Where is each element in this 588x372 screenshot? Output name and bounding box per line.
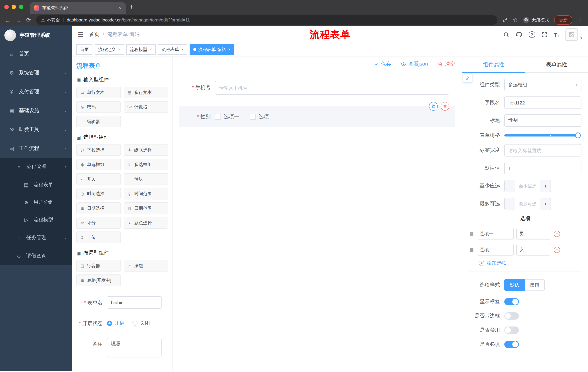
browser-menu-icon[interactable]: ⋮ [578,17,583,23]
option-value-input[interactable] [516,228,551,240]
palette-item-editor[interactable]: 编辑器 [76,116,121,128]
sidebar-item-process-model[interactable]: ▷ 流程模型 [0,211,72,229]
window-minimize-button[interactable] [12,5,16,9]
label-width-input[interactable] [504,144,581,157]
tag-process-model[interactable]: 流程模型 × [126,44,156,55]
tab-component-props[interactable]: 组件属性 [462,56,525,73]
hamburger-icon[interactable]: ☰ [78,31,84,38]
remove-option-icon[interactable]: − [554,247,560,253]
required-toggle[interactable] [504,341,519,348]
form-remark-textarea[interactable]: 嘿嘿 [107,338,162,357]
field-gender-selected[interactable]: 性别 选项一 选项二 [179,106,455,128]
palette-item-textarea[interactable]: ▤多行文本 [124,87,168,98]
sidebar-item-infrastructure[interactable]: ▣ 基础设施 ∨ [0,101,72,120]
palette-item-cascader[interactable]: ⋔级联选择 [124,144,168,156]
url-field[interactable]: ⚠ 不安全 | dashboard.yudao.iocoder.cn/bpm/m… [36,15,497,25]
sidebar-item-devtools[interactable]: ⚒ 研发工具 ∨ [0,120,72,139]
tag-process-definition[interactable]: 流程定义 × [94,44,124,55]
palette-item-upload[interactable]: ↥上传 [76,232,121,243]
delete-component-button[interactable] [441,102,449,111]
sidebar-item-user-group[interactable]: ☻ 用户分组 [0,194,72,211]
title-input[interactable] [504,114,581,127]
close-icon[interactable]: × [228,47,231,52]
palette-item-counter[interactable]: 123计数器 [124,101,168,113]
clear-button[interactable]: 清空 [437,61,455,67]
sidebar-item-payment[interactable]: ¥ 支付管理 ∨ [0,82,72,101]
palette-item-password[interactable]: ⊛密码 [76,101,121,113]
view-json-button[interactable]: 查看json [401,61,428,67]
field-phone[interactable]: 手机号 [179,81,455,95]
form-name-input[interactable] [107,296,162,309]
palette-item-row-container[interactable]: ◫行容器 [76,260,121,272]
password-key-icon[interactable] [502,17,508,23]
tab-form-props[interactable]: 表单属性 [525,56,588,73]
font-size-icon[interactable]: TT [554,32,559,38]
palette-item-table[interactable]: ▦表格[开发中] [76,275,121,286]
avatar[interactable] [566,28,578,41]
palette-item-date-picker[interactable]: ▦日期选择 [76,202,121,214]
palette-item-time-range[interactable]: ◶时间范围 [124,188,168,200]
copy-component-button[interactable] [429,102,438,111]
increase-button[interactable]: + [540,180,551,192]
reload-icon[interactable]: ⟳ [26,17,31,23]
tag-process-form-edit[interactable]: 流程表单-编辑 × [189,44,234,55]
update-button[interactable]: 更新 [554,15,572,25]
help-icon[interactable]: ? [528,31,535,38]
close-icon[interactable]: × [149,47,152,52]
close-icon[interactable]: × [181,47,184,52]
status-radio-off[interactable]: 关闭 [132,320,150,327]
component-type-select[interactable]: 多选框组 ▾ [504,79,581,91]
window-close-button[interactable] [4,5,9,9]
palette-item-button[interactable]: ☞按钮 [124,260,168,272]
decrease-button[interactable]: − [505,198,515,210]
disabled-toggle[interactable] [504,327,519,334]
option-label-input[interactable] [476,244,514,255]
back-icon[interactable]: ← [5,17,10,23]
palette-item-single-line-text[interactable]: ▭单行文本 [76,87,121,98]
palette-item-date-range[interactable]: ▥日期范围 [124,202,168,214]
gender-option-2[interactable]: 选项二 [250,114,274,120]
show-label-toggle[interactable] [504,298,519,305]
option-label-input[interactable] [476,228,514,240]
tab-close-icon[interactable]: × [119,5,122,11]
tag-process-form[interactable]: 流程表单 × [158,44,187,55]
increase-button[interactable]: + [540,198,551,210]
sidebar-item-process-management[interactable]: ≡ 流程管理 ∧ [0,158,72,176]
max-select-input[interactable] [515,198,540,210]
remove-option-icon[interactable]: − [554,231,560,237]
slider-handle[interactable] [575,132,581,138]
status-radio-on[interactable]: 开启 [107,320,125,327]
new-tab-button[interactable]: + [129,3,133,11]
style-button-button[interactable]: 按钮 [525,279,545,291]
palette-item-select[interactable]: ◎下拉选择 [76,144,121,156]
style-default-button[interactable]: 默认 [504,279,525,291]
checkbox[interactable] [215,114,221,120]
sidebar-item-system[interactable]: ⚙ 系统管理 ∨ [0,63,72,82]
decrease-button[interactable]: − [505,180,515,192]
bookmark-star-icon[interactable]: ☆ [513,17,518,23]
option-value-input[interactable] [516,244,551,255]
sidebar-item-home[interactable]: ⌂ 首页 [0,44,72,63]
sidebar-item-task-management[interactable]: ⋔ 任务管理 ∨ [0,229,72,247]
save-button[interactable]: ✓ 保存 [375,61,391,67]
tag-home[interactable]: 首页 [76,44,92,55]
grid-slider[interactable] [504,134,578,137]
link-icon[interactable] [463,73,472,83]
default-value-input[interactable] [504,162,581,174]
palette-item-radio-group[interactable]: ◉单选框组 [76,159,121,170]
forward-icon[interactable]: → [16,17,21,23]
drag-handle-icon[interactable]: ≣ [469,230,474,237]
drag-handle-icon[interactable]: ≣ [469,246,474,253]
caret-down-icon[interactable]: ▾ [580,36,582,40]
sidebar-item-process-form[interactable]: ▤ 流程表单 [0,176,72,194]
add-option-button[interactable]: + 添加选项 [479,260,581,266]
palette-item-time-picker[interactable]: ◷时间选择 [76,188,121,200]
security-warning-icon[interactable]: ⚠ [41,18,45,22]
window-zoom-button[interactable] [19,5,23,9]
palette-item-checkbox-group[interactable]: ☑多选框组 [124,159,168,170]
checkbox[interactable] [250,114,256,120]
min-select-input[interactable] [515,180,540,192]
fullscreen-icon[interactable] [541,32,547,38]
gender-option-1[interactable]: 选项一 [215,114,239,120]
sidebar-item-leave-query[interactable]: ☺ 请假查询 [0,247,72,265]
